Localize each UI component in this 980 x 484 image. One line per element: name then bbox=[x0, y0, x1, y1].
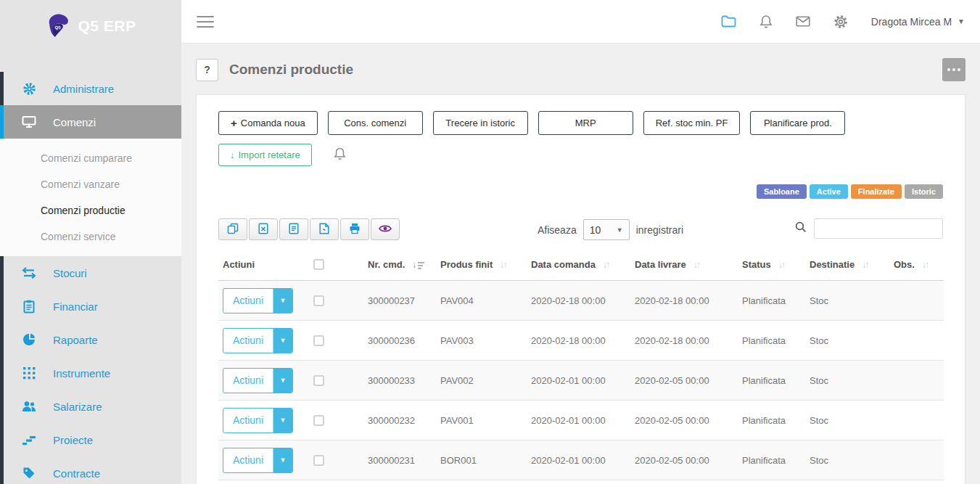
pdf-export-button[interactable] bbox=[310, 218, 339, 240]
chevron-down-icon[interactable]: ▼ bbox=[273, 369, 292, 393]
row-actions-button[interactable]: Actiuni▼ bbox=[223, 368, 293, 393]
row-actions-button[interactable]: Actiuni▼ bbox=[223, 288, 293, 313]
select-all-checkbox[interactable] bbox=[313, 259, 324, 270]
cell-status: Planificata bbox=[738, 281, 805, 321]
cell-destinatie: Stoc bbox=[805, 440, 889, 480]
button-label: Trecere in istoric bbox=[445, 118, 515, 128]
filter-badge-sabloane[interactable]: Sabloane bbox=[757, 184, 807, 199]
help-button[interactable]: ? bbox=[196, 59, 218, 81]
settings-gear-icon[interactable] bbox=[833, 15, 848, 29]
row-actions-button[interactable]: Actiuni▼ bbox=[223, 328, 293, 353]
submenu-item-comenzi-vanzare[interactable]: Comenzi vanzare bbox=[0, 171, 181, 197]
cell-destinatie: Stoc bbox=[805, 361, 889, 401]
sidebar-item-salarizare[interactable]: Salarizare bbox=[0, 390, 181, 423]
user-menu[interactable]: Dragota Mircea M ▼ bbox=[871, 16, 965, 28]
sidebar-item-financiar[interactable]: Financiar bbox=[0, 290, 181, 323]
sidebar-item-contracte[interactable]: Contracte bbox=[0, 456, 181, 484]
notifications-bell-icon[interactable] bbox=[759, 15, 773, 29]
gear-icon bbox=[22, 82, 36, 96]
csv-export-button[interactable] bbox=[279, 218, 308, 240]
cell-nr-cmd: 300000233 bbox=[363, 361, 436, 401]
cell-obs bbox=[889, 281, 944, 321]
sidebar-item-proiecte[interactable]: Proiecte bbox=[0, 423, 181, 456]
col-header-obs[interactable]: Obs.↓↑ bbox=[889, 250, 944, 281]
cell-nr-cmd: 300000236 bbox=[363, 321, 436, 361]
sort-both-icon: ↓↑ bbox=[693, 260, 699, 270]
cell-data-livrare: 2020-02-18 00:00 bbox=[630, 281, 738, 321]
mail-icon[interactable] bbox=[796, 16, 810, 27]
row-actions-button[interactable]: Actiuni▼ bbox=[223, 408, 293, 433]
sidebar-item-instrumente[interactable]: Instrumente bbox=[0, 356, 181, 390]
submenu-item-comenzi-productie[interactable]: Comenzi productie bbox=[0, 197, 181, 223]
col-header-status[interactable]: Status↓↑ bbox=[738, 250, 805, 281]
col-header-produs-finit[interactable]: Produs finit↓↑ bbox=[436, 250, 527, 281]
filter-badge-finalizate[interactable]: Finalizate bbox=[851, 184, 902, 199]
submenu-item-comenzi-cumparare[interactable]: Comenzi cumparare bbox=[0, 145, 181, 171]
col-header-destinatie[interactable]: Destinatie↓↑ bbox=[805, 250, 889, 281]
actions-button-label: Actiuni bbox=[223, 369, 273, 393]
sort-both-icon: ↓↑ bbox=[603, 260, 609, 270]
trecere-in-istoric-button[interactable]: Trecere in istoric bbox=[433, 111, 528, 135]
sidebar-item-label: Proiecte bbox=[53, 434, 93, 446]
mrp-button[interactable]: MRP bbox=[538, 111, 633, 135]
sort-both-icon: ↓↑ bbox=[922, 260, 928, 270]
page-size-value: 10 bbox=[590, 224, 601, 236]
row-checkbox[interactable] bbox=[313, 375, 324, 386]
brand-logo[interactable]: Q5 Q5 ERP bbox=[0, 0, 181, 72]
chevron-down-icon[interactable]: ▼ bbox=[273, 448, 292, 472]
folder-icon[interactable] bbox=[721, 15, 736, 28]
chevron-down-icon[interactable]: ▼ bbox=[273, 329, 292, 353]
cons-comenzi-button[interactable]: Cons. comenzi bbox=[328, 111, 423, 135]
row-checkbox[interactable] bbox=[313, 295, 324, 306]
page-size-select[interactable]: 10 ▼ bbox=[583, 219, 630, 240]
column-visibility-button[interactable] bbox=[371, 218, 400, 240]
submenu-label: Comenzi cumparare bbox=[41, 152, 132, 164]
col-header-data-livrare[interactable]: Data livrare↓↑ bbox=[630, 250, 738, 281]
ref-stoc-min-pf-button[interactable]: Ref. stoc min. PF bbox=[643, 111, 741, 135]
col-header-nr-cmd[interactable]: Nr. cmd.↓ bbox=[363, 250, 436, 281]
cell-data-comanda: 2020-02-01 00:00 bbox=[527, 401, 630, 440]
sidebar-item-stocuri[interactable]: Stocuri bbox=[0, 256, 181, 290]
sidebar-item-rapoarte[interactable]: Rapoarte bbox=[0, 323, 181, 356]
row-actions-button[interactable]: Actiuni▼ bbox=[223, 448, 293, 473]
table-header-row: Actiuni Nr. cmd.↓ Produs finit↓↑ Data co… bbox=[218, 250, 944, 281]
menu-toggle-icon[interactable] bbox=[197, 16, 214, 28]
submenu-label: Comenzi productie bbox=[41, 205, 125, 216]
row-checkbox[interactable] bbox=[313, 455, 324, 466]
search-control bbox=[795, 218, 943, 239]
excel-file-icon bbox=[258, 223, 268, 237]
table-row: Actiuni▼ 300000233 PAV002 2020-02-01 00:… bbox=[218, 361, 944, 401]
search-input[interactable] bbox=[814, 218, 943, 239]
sidebar-item-comenzi[interactable]: Comenzi bbox=[0, 105, 181, 139]
row-checkbox[interactable] bbox=[313, 335, 324, 346]
filter-badge-istoric[interactable]: Istoric bbox=[905, 184, 943, 199]
chevron-down-icon[interactable]: ▼ bbox=[273, 409, 292, 432]
sidebar-item-administrare[interactable]: Administrare bbox=[0, 72, 181, 105]
cell-data-livrare: 2020-02-05 00:00 bbox=[630, 401, 738, 440]
main-content: ? Comenzi productie +Comanda noua Cons. … bbox=[181, 44, 980, 484]
alerts-bell-icon[interactable] bbox=[334, 147, 346, 164]
search-icon bbox=[795, 221, 807, 236]
tag-icon bbox=[22, 467, 36, 480]
sidebar-item-label: Salarizare bbox=[53, 401, 102, 413]
row-checkbox[interactable] bbox=[313, 415, 324, 426]
filter-badge-active[interactable]: Active bbox=[810, 184, 848, 199]
comanda-noua-button[interactable]: +Comanda noua bbox=[218, 111, 318, 135]
cell-produs-finit: BOR001 bbox=[436, 440, 527, 480]
submenu-item-comenzi-service[interactable]: Comenzi service bbox=[0, 223, 181, 250]
table-row: Actiuni▼ 300000232 PAV001 2020-02-01 00:… bbox=[218, 401, 944, 440]
select-caret-icon: ▼ bbox=[617, 226, 623, 234]
sidebar: Q5 Q5 ERP Administrare Comenzi Comenzi c… bbox=[0, 0, 181, 484]
excel-export-button[interactable] bbox=[249, 218, 278, 240]
cell-status: Planificata bbox=[738, 321, 805, 361]
planificare-prod-button[interactable]: Planificare prod. bbox=[750, 111, 845, 135]
more-options-button[interactable] bbox=[942, 58, 965, 81]
print-button[interactable] bbox=[340, 218, 369, 240]
import-retetare-button[interactable]: ↓ Import retetare bbox=[218, 144, 312, 166]
cell-obs bbox=[889, 440, 944, 480]
col-header-data-comanda[interactable]: Data comanda↓↑ bbox=[527, 250, 630, 281]
button-label: Cons. comenzi bbox=[344, 118, 406, 128]
copy-button[interactable] bbox=[218, 218, 247, 240]
actions-button-label: Actiuni bbox=[223, 409, 273, 432]
chevron-down-icon[interactable]: ▼ bbox=[273, 289, 292, 313]
